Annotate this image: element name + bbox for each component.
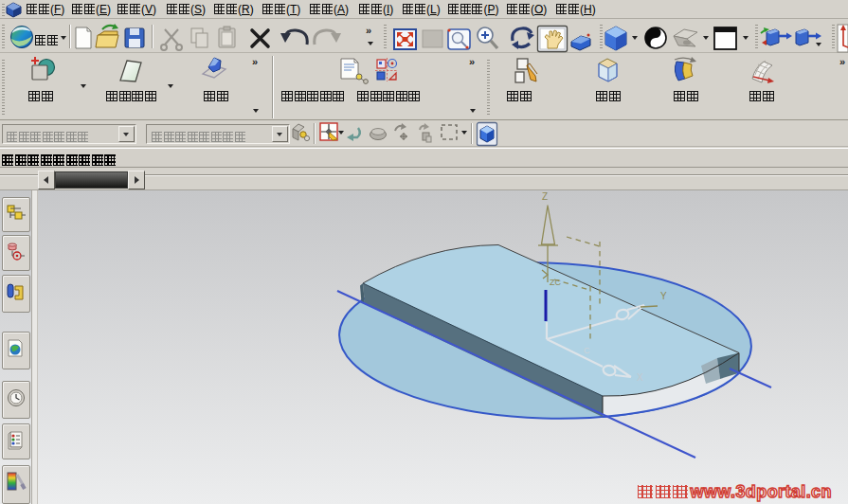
svg-text:ZC: ZC xyxy=(550,278,561,287)
svg-text:C: C xyxy=(584,346,590,355)
svg-text:Z: Z xyxy=(542,191,548,202)
svg-text:Y: Y xyxy=(660,291,667,301)
svg-text:X: X xyxy=(637,372,643,383)
